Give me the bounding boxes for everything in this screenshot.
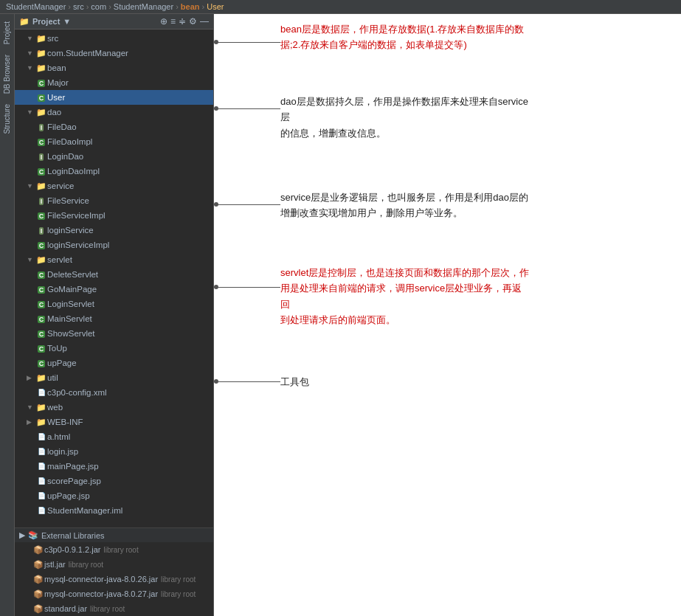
- class-icon: C: [35, 167, 47, 176]
- jsp-icon: 📄: [35, 477, 47, 485]
- indent: [15, 122, 27, 131]
- tree-item-fileservice[interactable]: IFileService: [15, 193, 213, 208]
- arrow-icon[interactable]: [27, 182, 35, 190]
- arrow-icon[interactable]: [27, 256, 35, 263]
- lib-item-sub: library root: [90, 605, 125, 613]
- indent: [15, 93, 27, 102]
- tree-item-util[interactable]: 📁util: [15, 370, 213, 385]
- tree-label: upPage: [47, 359, 213, 367]
- arrow-icon[interactable]: [27, 108, 35, 116]
- tree-label: Major: [47, 78, 213, 87]
- jar-icon: 📦: [32, 604, 44, 614]
- tab-project[interactable]: Project: [1, 17, 13, 49]
- tree-item-loginservice[interactable]: IloginService: [15, 223, 213, 238]
- jar-icon: 📦: [32, 545, 44, 555]
- tree-item-logindao[interactable]: ILoginDao: [15, 149, 213, 164]
- dropdown-icon[interactable]: ▼: [63, 17, 71, 26]
- bc-src[interactable]: src: [73, 2, 84, 11]
- tree-label: StudentManager.iml: [47, 506, 213, 515]
- indent: [15, 314, 27, 323]
- tree-item-src[interactable]: 📁src: [15, 31, 213, 46]
- tree-label: src: [47, 34, 213, 43]
- arrow-icon[interactable]: [27, 64, 35, 72]
- tree-label: upPage.jsp: [47, 491, 213, 500]
- tree-label: service: [47, 181, 213, 190]
- tree-item-studentiml[interactable]: 📄StudentManager.iml: [15, 503, 213, 518]
- collapse-icon[interactable]: ≑: [179, 16, 186, 27]
- tree-item-major[interactable]: CMajor: [15, 75, 213, 90]
- connector-line-util: [214, 381, 280, 382]
- tree-label: a.html: [47, 432, 213, 441]
- tree-item-scorepagejsp[interactable]: 📄scorePage.jsp: [15, 474, 213, 488]
- connector-line-service: [214, 204, 280, 205]
- class-icon: C: [35, 270, 47, 279]
- annotation-area: bean层是数据层，作用是存放数据(1.存放来自数据库的数 据;2.存放来自客户…: [214, 14, 681, 616]
- tree-item-loginserviceimpl[interactable]: CloginServiceImpl: [15, 238, 213, 252]
- bc-sep3: ›: [108, 2, 111, 11]
- folder-icon: 📁: [35, 418, 47, 427]
- bc-studentmanager[interactable]: StudentManager: [6, 2, 66, 11]
- arrow-icon[interactable]: [27, 418, 35, 426]
- external-libraries-header[interactable]: ▶ 📚 External Libraries: [15, 528, 213, 542]
- tree-item-com[interactable]: 📁com.StudentManager: [15, 46, 213, 60]
- tab-db-browser[interactable]: DB Browser: [1, 50, 13, 98]
- bc-studentmanager2[interactable]: StudentManager: [114, 2, 173, 11]
- tab-structure[interactable]: Structure: [1, 100, 13, 139]
- bc-user[interactable]: User: [207, 2, 224, 11]
- tree-item-gomainpage[interactable]: CGoMainPage: [15, 282, 213, 297]
- interface-icon: I: [35, 196, 47, 205]
- tree-item-toup[interactable]: CToUp: [15, 341, 213, 356]
- tree-item-uppagejsp[interactable]: 📄upPage.jsp: [15, 488, 213, 503]
- tree-item-deleteservlet[interactable]: CDeleteServlet: [15, 267, 213, 282]
- tree-item-mainservlet[interactable]: CMainServlet: [15, 311, 213, 326]
- settings-icon[interactable]: ⚙: [189, 16, 197, 27]
- jar-icon: 📦: [32, 560, 44, 570]
- lib-item-sub: library root: [161, 590, 196, 598]
- tree-item-showservlet[interactable]: CShowServlet: [15, 326, 213, 341]
- locate-icon[interactable]: ⊕: [160, 16, 167, 27]
- tree-item-fileserviceimpl[interactable]: CFileServiceImpl: [15, 208, 213, 223]
- minimize-icon[interactable]: —: [200, 16, 209, 27]
- arrow-icon[interactable]: [27, 35, 35, 42]
- jsp-icon: 📄: [35, 492, 47, 499]
- tree-item-ahtml[interactable]: 📄a.html: [15, 429, 213, 444]
- bc-bean[interactable]: bean: [181, 2, 200, 11]
- indent: [15, 462, 27, 471]
- tree-item-c3p0config[interactable]: 📄c3p0-config.xml: [15, 385, 213, 400]
- tree-item-mainpagejsp[interactable]: 📄mainPage.jsp: [15, 459, 213, 474]
- expand-icon[interactable]: ≡: [170, 16, 176, 27]
- tree-item-servlet[interactable]: 📁servlet: [15, 252, 213, 267]
- tree-item-user[interactable]: CUser: [15, 90, 213, 105]
- tree-item-logindaoimpl[interactable]: CLoginDaoImpl: [15, 164, 213, 179]
- lib-item[interactable]: 📦c3p0-0.9.1.2.jarlibrary root: [15, 542, 213, 557]
- tree-item-service[interactable]: 📁service: [15, 179, 213, 193]
- bc-com[interactable]: com: [91, 2, 106, 11]
- tree-item-uppage[interactable]: CupPage: [15, 356, 213, 370]
- lib-item[interactable]: 📦mysql-connector-java-8.0.26.jarlibrary …: [15, 572, 213, 586]
- arrow-icon[interactable]: [27, 374, 35, 381]
- tree-label: scorePage.jsp: [47, 477, 213, 485]
- indent: [15, 359, 27, 367]
- tree-item-dao[interactable]: 📁dao: [15, 105, 213, 120]
- tree-item-loginjsp[interactable]: 📄login.jsp: [15, 444, 213, 459]
- tree-container[interactable]: 📁src 📁com.StudentManager 📁bean CMajor CU…: [15, 30, 213, 527]
- tree-item-web[interactable]: 📁web: [15, 400, 213, 415]
- arrow-icon[interactable]: [27, 404, 35, 411]
- arrow-icon[interactable]: [27, 49, 35, 57]
- tree-item-filedao[interactable]: IFileDao: [15, 120, 213, 134]
- lib-item[interactable]: 📦standard.jarlibrary root: [15, 601, 213, 616]
- lib-title: External Libraries: [41, 531, 105, 540]
- annotation-servlet: servlet层是控制层，也是连接页面和数据库的那个层次，作 用是处理来自前端的…: [280, 265, 531, 328]
- lib-item[interactable]: 📦jstl.jarlibrary root: [15, 557, 213, 572]
- tree-label: servlet: [47, 255, 213, 264]
- lib-item-label: mysql-connector-java-8.0.26.jar: [44, 575, 158, 584]
- tree-item-webinf[interactable]: 📁WEB-INF: [15, 415, 213, 429]
- jar-icon: 📦: [32, 575, 44, 584]
- tree-item-filedaoimpl[interactable]: CFileDaoImpl: [15, 134, 213, 149]
- tree-label: bean: [47, 63, 213, 72]
- indent: [15, 477, 27, 485]
- tree-item-bean[interactable]: 📁bean: [15, 60, 213, 75]
- lib-item[interactable]: 📦mysql-connector-java-8.0.27.jarlibrary …: [15, 586, 213, 601]
- tree-label: LoginDaoImpl: [47, 167, 213, 176]
- tree-item-loginservlet[interactable]: CLoginServlet: [15, 297, 213, 311]
